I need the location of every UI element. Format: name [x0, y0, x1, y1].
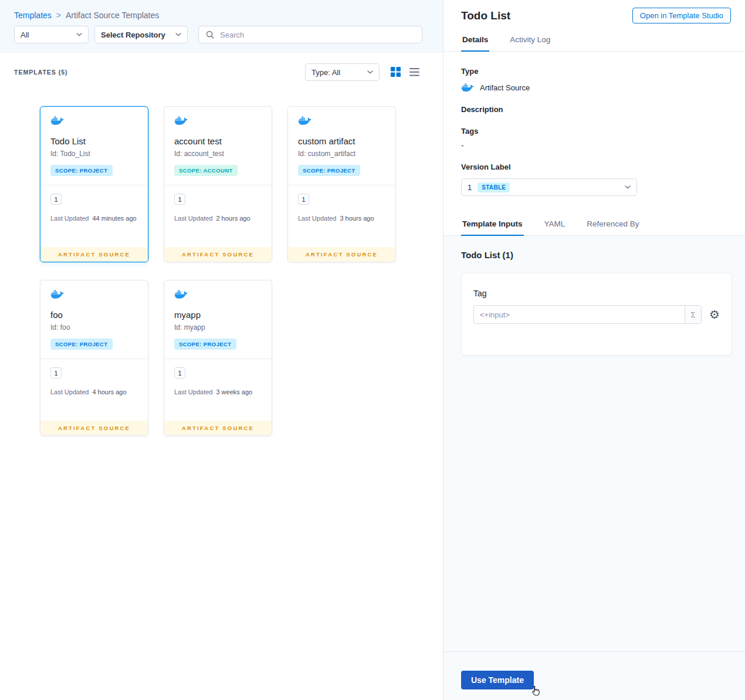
inputs-heading: Todo List (1) — [461, 250, 731, 260]
card-divider — [164, 359, 272, 359]
last-updated-label: Last Updated — [174, 215, 212, 222]
card-title: myapp — [174, 310, 262, 320]
panel-title: Todo List — [461, 9, 510, 22]
grid-view-button[interactable] — [391, 67, 401, 77]
last-updated-label: Last Updated — [50, 215, 89, 222]
view-toggles — [391, 67, 419, 77]
use-template-button[interactable]: Use Template — [461, 671, 534, 689]
version-count-badge: 1 — [50, 194, 62, 205]
version-value: 1 — [468, 183, 472, 192]
type-filter-dropdown[interactable]: Type: All — [305, 63, 380, 81]
stable-badge: STABLE — [478, 182, 510, 192]
tab-referenced-by[interactable]: Referenced By — [585, 214, 640, 235]
card-id: Id: myapp — [174, 323, 262, 332]
scope-filter-value: All — [21, 31, 29, 39]
gear-icon[interactable]: ⚙ — [709, 309, 720, 320]
template-card-account-test[interactable]: account test Id: account_test SCOPE: ACC… — [164, 106, 272, 262]
card-divider — [164, 185, 272, 185]
grid-view-icon — [391, 67, 401, 77]
tab-template-inputs[interactable]: Template Inputs — [461, 214, 524, 235]
card-id: Id: account_test — [174, 150, 262, 158]
card-title: foo — [50, 310, 138, 320]
list-view-button[interactable] — [409, 68, 419, 76]
last-updated-label: Last Updated — [298, 215, 336, 222]
card-id: Id: Todo_List — [50, 150, 138, 158]
artifact-source-badge: ARTIFACT SOURCE — [40, 421, 148, 435]
search-box — [198, 26, 422, 43]
panel-inner-tabs: Template Inputs YAML Referenced By — [443, 214, 745, 236]
card-id: Id: custom_artifact — [298, 150, 385, 158]
scope-badge: SCOPE: PROJECT — [50, 339, 113, 350]
template-card-todo-list[interactable]: Todo List Id: Todo_List SCOPE: PROJECT 1… — [40, 106, 148, 262]
template-inputs-section: Todo List (1) Tag Σ ⚙ — [443, 236, 745, 651]
tab-details[interactable]: Details — [461, 29, 489, 51]
panel-footer: Use Template — [443, 651, 745, 700]
artifact-source-badge: ARTIFACT SOURCE — [40, 247, 148, 262]
tag-input-card: Tag Σ ⚙ — [461, 273, 732, 356]
search-input[interactable] — [219, 30, 415, 40]
tags-label: Tags — [461, 127, 727, 136]
template-details-panel: Todo List Open in Template Studio Detail… — [443, 0, 745, 700]
panel-tabs: Details Activity Log — [443, 29, 745, 52]
list-view-icon — [409, 68, 419, 76]
card-id: Id: foo — [50, 323, 138, 332]
card-divider — [40, 185, 148, 185]
version-label: Version Label — [461, 163, 727, 171]
artifact-source-badge: ARTIFACT SOURCE — [164, 247, 272, 262]
artifact-source-badge: ARTIFACT SOURCE — [288, 247, 395, 262]
last-updated-value: 3 hours ago — [340, 215, 374, 222]
search-icon — [206, 31, 214, 39]
breadcrumb: Templates > Artifact Source Templates — [14, 11, 159, 20]
version-count-badge: 1 — [174, 194, 185, 205]
docker-icon — [50, 289, 64, 299]
version-count-badge: 1 — [298, 194, 309, 205]
last-updated-label: Last Updated — [50, 388, 89, 395]
type-value: Artifact Source — [480, 83, 530, 92]
chevron-down-icon — [76, 33, 82, 36]
scope-badge: SCOPE: PROJECT — [50, 165, 113, 176]
card-title: Todo List — [50, 136, 138, 146]
breadcrumb-separator: > — [56, 11, 61, 20]
tag-input-group: Σ — [473, 305, 702, 324]
docker-icon — [174, 116, 188, 126]
tab-yaml[interactable]: YAML — [543, 214, 567, 235]
chevron-down-icon — [625, 185, 631, 189]
template-card-grid: Todo List Id: Todo_List SCOPE: PROJECT 1… — [40, 106, 396, 436]
docker-icon — [298, 116, 311, 126]
open-in-template-studio-button[interactable]: Open in Template Studio — [632, 8, 731, 23]
docker-icon — [174, 289, 188, 299]
repository-filter-value: Select Repository — [101, 31, 165, 39]
tags-value: - — [461, 141, 727, 150]
scope-badge: SCOPE: PROJECT — [298, 165, 360, 176]
last-updated-value: 3 weeks ago — [216, 388, 252, 395]
tag-input[interactable] — [474, 306, 685, 323]
template-card-myapp[interactable]: myapp Id: myapp SCOPE: PROJECT 1 Last Up… — [164, 280, 272, 436]
repository-filter-dropdown[interactable]: Select Repository — [94, 26, 188, 43]
filter-bar: All Select Repository — [14, 26, 422, 43]
last-updated-label: Last Updated — [174, 388, 212, 395]
template-card-foo[interactable]: foo Id: foo SCOPE: PROJECT 1 Last Update… — [40, 280, 148, 436]
version-count-badge: 1 — [174, 367, 185, 378]
card-divider — [40, 359, 148, 359]
expression-sigma-icon[interactable]: Σ — [685, 306, 701, 323]
scope-badge: SCOPE: ACCOUNT — [174, 165, 238, 176]
version-dropdown[interactable]: 1 STABLE — [461, 178, 637, 196]
docker-icon — [461, 83, 474, 92]
card-title: account test — [174, 136, 262, 146]
tab-activity-log[interactable]: Activity Log — [509, 29, 551, 51]
panel-header: Todo List Open in Template Studio — [443, 0, 745, 29]
version-count-badge: 1 — [50, 367, 62, 378]
docker-icon — [50, 116, 64, 126]
card-divider — [288, 185, 395, 185]
description-label: Description — [461, 105, 727, 114]
details-section: Type Artifact Source Description Tags - … — [443, 52, 745, 208]
last-updated-value: 2 hours ago — [216, 215, 250, 222]
breadcrumb-templates-link[interactable]: Templates — [14, 11, 52, 20]
template-card-custom-artifact[interactable]: custom artifact Id: custom_artifact SCOP… — [287, 106, 396, 262]
scope-badge: SCOPE: PROJECT — [174, 339, 236, 350]
templates-page: Templates > Artifact Source Templates Al… — [0, 0, 443, 700]
breadcrumb-current: Artifact Source Templates — [66, 11, 159, 20]
card-title: custom artifact — [298, 136, 385, 146]
templates-count-label: TEMPLATES (5) — [14, 69, 68, 76]
scope-filter-dropdown[interactable]: All — [14, 26, 89, 43]
